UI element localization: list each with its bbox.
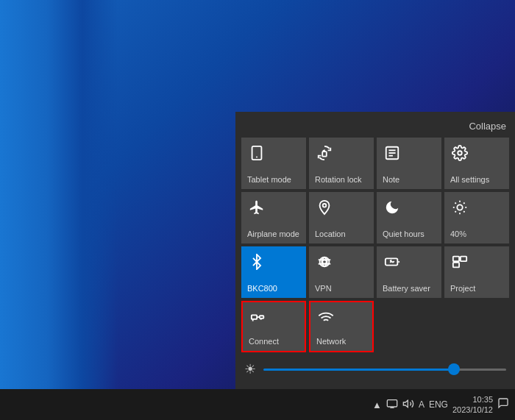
taskbar-clock[interactable]: 10:35 2023/10/12 bbox=[452, 394, 493, 416]
tile-note[interactable]: Note bbox=[377, 138, 441, 189]
svg-rect-30 bbox=[453, 263, 459, 267]
svg-point-8 bbox=[323, 204, 327, 207]
tile-airplane-mode-label: Airplane mode bbox=[247, 229, 299, 239]
tile-brightness-label: 40% bbox=[450, 229, 466, 239]
tile-note-label: Note bbox=[383, 175, 399, 185]
quick-action-row-2: Airplane mode Location Quiet hours bbox=[241, 192, 509, 243]
tile-all-settings[interactable]: All settings bbox=[444, 138, 509, 189]
svg-line-16 bbox=[455, 211, 456, 212]
network-icon bbox=[318, 310, 334, 326]
tile-rotation-lock-label: Rotation lock bbox=[315, 175, 362, 185]
tile-quiet-hours-label: Quiet hours bbox=[383, 229, 425, 239]
tile-all-settings-label: All settings bbox=[450, 175, 489, 185]
note-icon bbox=[384, 145, 400, 161]
project-icon bbox=[452, 254, 468, 270]
tile-location[interactable]: Location bbox=[309, 192, 374, 243]
tile-connect[interactable]: Connect bbox=[241, 301, 306, 352]
svg-rect-37 bbox=[387, 399, 397, 406]
svg-line-27 bbox=[393, 261, 394, 263]
svg-line-15 bbox=[464, 211, 464, 212]
brightness-sun-icon: ☀ bbox=[244, 361, 256, 377]
taskbar-time-line1: 10:35 bbox=[452, 394, 493, 405]
tile-brightness[interactable]: 40% bbox=[444, 192, 509, 243]
tablet-icon bbox=[249, 145, 265, 161]
sun-small-icon bbox=[452, 199, 468, 216]
brightness-slider[interactable] bbox=[263, 369, 506, 371]
tile-empty-1 bbox=[377, 301, 441, 352]
tile-bluetooth-label: BKC800 bbox=[247, 284, 277, 293]
tile-quiet-hours[interactable]: Quiet hours bbox=[377, 192, 441, 243]
taskbar-network-icon[interactable] bbox=[386, 398, 398, 412]
tile-battery-saver-label: Battery saver bbox=[383, 284, 430, 293]
quick-action-row-3: BKC800 VPN Battery saver bbox=[241, 246, 509, 298]
tile-connect-label: Connect bbox=[249, 337, 279, 346]
svg-point-9 bbox=[457, 204, 462, 210]
svg-line-14 bbox=[455, 203, 456, 204]
tile-vpn-label: VPN bbox=[315, 284, 332, 293]
taskbar-notification-icon[interactable] bbox=[497, 397, 509, 412]
airplane-icon bbox=[249, 199, 265, 216]
tile-vpn[interactable]: VPN bbox=[309, 246, 374, 298]
taskbar: ▲ A ENG 10:35 2023/10/12 bbox=[0, 389, 515, 420]
moon-icon bbox=[384, 199, 400, 216]
settings-icon bbox=[452, 145, 468, 161]
battery-saver-icon bbox=[384, 254, 400, 270]
svg-rect-2 bbox=[322, 152, 327, 156]
taskbar-eng-label[interactable]: ENG bbox=[429, 399, 448, 410]
taskbar-right-area: ▲ A ENG 10:35 2023/10/12 bbox=[372, 394, 509, 416]
action-center-panel: Collapse Tablet mode Rotation lock bbox=[235, 112, 515, 389]
tile-battery-saver[interactable]: Battery saver bbox=[377, 246, 441, 298]
tile-tablet-mode-label: Tablet mode bbox=[247, 175, 291, 185]
tile-airplane-mode[interactable]: Airplane mode bbox=[241, 192, 306, 243]
tile-tablet-mode[interactable]: Tablet mode bbox=[241, 138, 306, 189]
tile-network-label: Network bbox=[316, 337, 346, 346]
taskbar-lang-label[interactable]: A bbox=[419, 399, 425, 410]
tile-network[interactable]: Network bbox=[309, 301, 374, 352]
taskbar-volume-icon[interactable] bbox=[402, 398, 414, 412]
quick-action-row-1: Tablet mode Rotation lock Note bbox=[241, 138, 509, 189]
location-icon bbox=[316, 199, 333, 216]
tile-project[interactable]: Project bbox=[444, 246, 509, 298]
svg-point-1 bbox=[256, 157, 258, 158]
svg-point-7 bbox=[458, 151, 462, 155]
quick-action-row-4: Connect Network bbox=[241, 301, 509, 352]
svg-rect-0 bbox=[252, 146, 262, 160]
taskbar-time-line2: 2023/10/12 bbox=[452, 405, 493, 415]
collapse-button[interactable]: Collapse bbox=[469, 121, 506, 132]
svg-rect-29 bbox=[461, 257, 466, 261]
svg-line-17 bbox=[464, 203, 464, 204]
brightness-slider-row: ☀ bbox=[241, 355, 509, 377]
rotation-lock-icon bbox=[316, 145, 333, 161]
tile-empty-2 bbox=[444, 301, 509, 352]
collapse-button-row: Collapse bbox=[241, 118, 509, 138]
tile-bluetooth[interactable]: BKC800 bbox=[241, 246, 306, 298]
connect-icon bbox=[250, 310, 266, 326]
svg-rect-31 bbox=[252, 315, 257, 319]
taskbar-chevron-icon[interactable]: ▲ bbox=[372, 399, 382, 410]
tile-rotation-lock[interactable]: Rotation lock bbox=[309, 138, 374, 189]
svg-rect-33 bbox=[260, 316, 264, 318]
vpn-icon bbox=[316, 254, 333, 270]
tile-location-label: Location bbox=[315, 229, 346, 239]
svg-rect-28 bbox=[453, 257, 459, 261]
bluetooth-icon bbox=[249, 254, 265, 270]
svg-marker-40 bbox=[403, 400, 408, 407]
tile-project-label: Project bbox=[450, 284, 475, 293]
